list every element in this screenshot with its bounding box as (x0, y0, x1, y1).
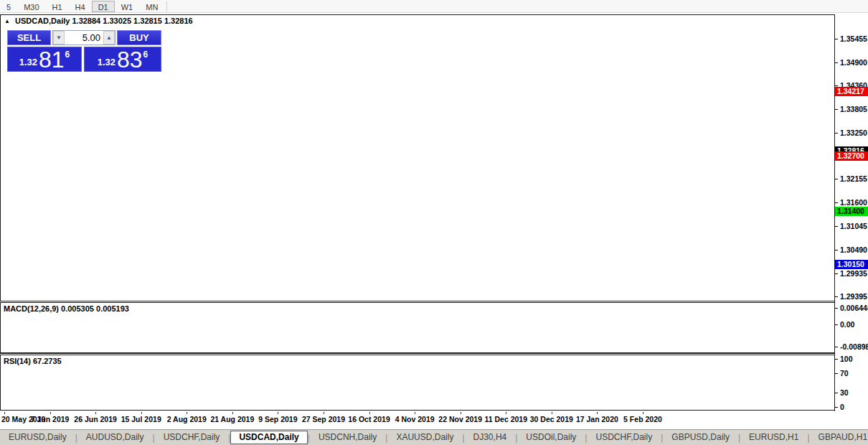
timeframe-toolbar: 5M30H1H4D1W1MN (0, 0, 868, 13)
tab-audusd-daily[interactable]: AUDUSD,Daily (77, 431, 153, 444)
axis-tick (835, 347, 838, 347)
timeframe-5[interactable]: 5 (0, 1, 17, 12)
buy-button[interactable]: BUY (117, 30, 161, 45)
date-label: 11 Dec 2019 (484, 415, 527, 423)
price-tick-label: 1.29935 (840, 269, 867, 278)
date-tick (552, 412, 552, 414)
price-tick-label: 1.33805 (840, 105, 867, 113)
date-tick (643, 412, 643, 414)
toolbar-separator (166, 1, 167, 11)
tab-dj30-h4[interactable]: DJ30,H4 (465, 431, 516, 444)
buy-price-button[interactable]: 1.32 83 6 (84, 47, 161, 72)
sell-price-button[interactable]: 1.32 81 6 (7, 47, 82, 72)
axis-tick (835, 62, 838, 63)
date-label: 9 Sep 2019 (258, 415, 297, 423)
date-tick (324, 412, 324, 414)
timeframe-m30[interactable]: M30 (17, 1, 45, 12)
axis-tick (835, 202, 838, 203)
date-tick (232, 412, 233, 414)
axis-tick (835, 133, 838, 134)
date-label: 16 Oct 2019 (348, 415, 390, 423)
date-axis: 20 May 20197 Jun 201926 Jun 201915 Jul 2… (0, 412, 834, 427)
macd-tick-label: 0.00 (840, 320, 854, 329)
axis-tick (835, 407, 838, 408)
volume-spinner: ▼ 5.00 ▲ (52, 30, 115, 45)
date-label: 30 Dec 2019 (530, 415, 573, 423)
date-label: 4 Nov 2019 (395, 415, 435, 423)
buy-price-prefix: 1.32 (98, 57, 115, 67)
macd-tick-label: 0.006448 (840, 304, 868, 312)
chart-symbol: USDCAD,Daily (15, 17, 70, 25)
price-tick-label: 1.32155 (840, 174, 867, 183)
axis-tick (835, 179, 838, 179)
axis-tick (835, 250, 838, 250)
tab-gbpusd-daily[interactable]: GBPUSD,Daily (663, 431, 738, 444)
price-line-label: 1.34217 (835, 87, 868, 96)
chart-title: ▲ USDCAD,Daily 1.32884 1.33025 1.32815 1… (4, 17, 193, 25)
tab-gbpaud-h1[interactable]: GBPAUD,H1 (810, 431, 868, 444)
rsi-tick-label: 100 (840, 355, 853, 363)
tab-usdchf-daily[interactable]: USDCHF,Daily (587, 431, 661, 444)
tab-usdchf-daily[interactable]: USDCHF,Daily (155, 431, 229, 444)
date-tick (369, 412, 370, 414)
sell-price-prefix: 1.32 (19, 57, 37, 67)
price-tick-label: 1.29395 (840, 292, 867, 301)
volume-down-icon[interactable]: ▼ (53, 31, 65, 44)
price-tick-label: 1.30490 (840, 245, 867, 254)
rsi-tick-label: 30 (840, 388, 849, 397)
axis-tick (835, 109, 838, 110)
timeframe-w1[interactable]: W1 (115, 1, 140, 12)
price-tick-label: 1.31600 (840, 198, 867, 207)
buy-price-big: 83 (117, 50, 143, 70)
date-label: 22 Nov 2019 (438, 415, 482, 423)
date-tick (278, 412, 278, 414)
date-tick (141, 412, 142, 414)
axis-tick (835, 308, 838, 309)
macd-tick-label: -0.008982 (840, 342, 868, 351)
date-tick (461, 412, 461, 414)
date-label: 5 Feb 2020 (623, 415, 662, 423)
tab-usdcnh-daily[interactable]: USDCNH,Daily (310, 431, 385, 444)
axis-tick (835, 373, 838, 374)
rsi-label: RSI(14) 67.2735 (4, 357, 62, 365)
tab-eurusd-daily[interactable]: EURUSD,Daily (0, 431, 75, 444)
date-label: 27 Sep 2019 (302, 415, 345, 423)
volume-input[interactable]: 5.00 (65, 31, 103, 44)
rsi-tick-label: 70 (840, 369, 849, 378)
chart-ohlc: 1.32884 1.33025 1.32815 1.32816 (72, 17, 192, 25)
date-tick (95, 412, 96, 414)
axis-tick (835, 359, 838, 360)
date-tick (187, 412, 187, 414)
date-label: 26 Jun 2019 (74, 415, 117, 423)
axis-tick (835, 273, 838, 274)
one-click-trading-panel: SELL ▼ 5.00 ▲ BUY 1.32 81 6 1.32 83 6 (7, 30, 161, 72)
rsi-tick-label: 0 (840, 403, 844, 411)
collapse-arrow-icon[interactable]: ▲ (4, 18, 10, 24)
price-tick-label: 1.34900 (840, 58, 867, 67)
date-tick (415, 412, 415, 414)
price-tick-label: 1.33250 (840, 128, 867, 137)
axis-tick (835, 296, 838, 297)
axis-tick (835, 226, 838, 227)
date-label: 21 Aug 2019 (210, 415, 254, 423)
timeframe-d1[interactable]: D1 (92, 1, 115, 12)
volume-up-icon[interactable]: ▲ (103, 31, 115, 44)
axis-tick (835, 85, 838, 86)
date-tick (50, 412, 51, 414)
sell-button[interactable]: SELL (7, 30, 51, 45)
tab-xauusd-daily[interactable]: XAUUSD,Daily (387, 431, 462, 444)
tab-usdcad-daily[interactable]: USDCAD,Daily (230, 431, 307, 444)
sell-price-big: 81 (39, 50, 65, 70)
mt4-window: 5M30H1H4D1W1MN 1.354551.349001.343601.33… (0, 0, 868, 445)
rsi-pane[interactable] (0, 355, 834, 411)
date-label: 7 Jun 2019 (31, 415, 70, 423)
timeframe-h4[interactable]: H4 (69, 1, 92, 12)
tab-usdoil-daily[interactable]: USDOil,Daily (517, 431, 585, 444)
date-label: 15 Jul 2019 (121, 415, 161, 423)
timeframe-h1[interactable]: H1 (46, 1, 69, 12)
buy-price-pip: 6 (143, 50, 148, 60)
tab-eurusd-h1[interactable]: EURUSD,H1 (740, 431, 807, 444)
timeframe-mn[interactable]: MN (139, 1, 164, 12)
axis-tick (835, 39, 838, 39)
date-label: 17 Jan 2020 (576, 415, 618, 423)
